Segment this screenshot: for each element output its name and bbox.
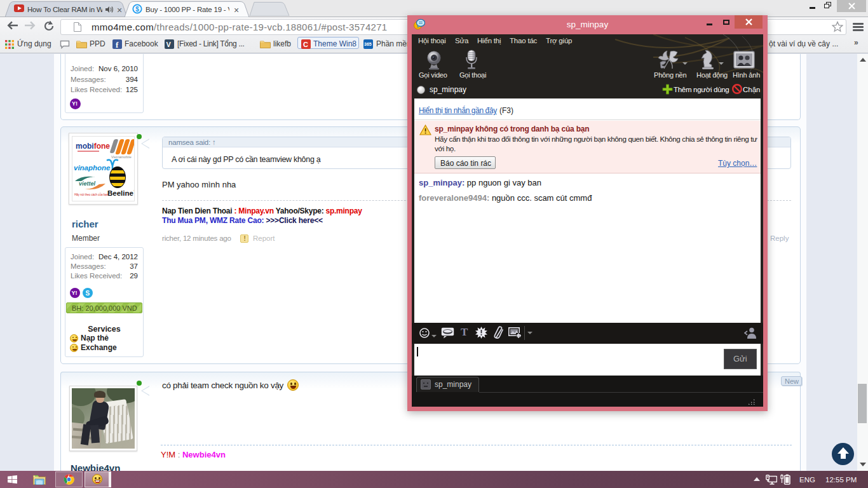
- svg-text:viettel: viettel: [79, 180, 96, 187]
- svg-text:$: $: [135, 6, 139, 13]
